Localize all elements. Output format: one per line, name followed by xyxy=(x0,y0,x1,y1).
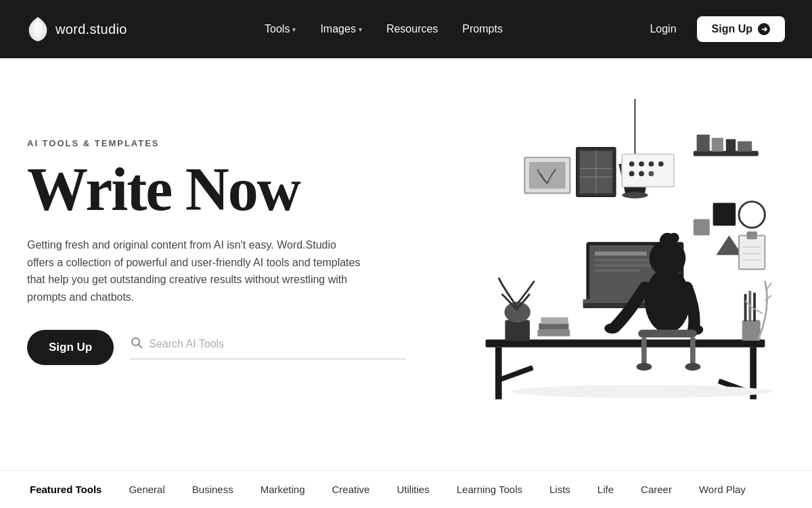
search-icon xyxy=(130,336,143,353)
svg-point-53 xyxy=(639,171,644,177)
svg-rect-41 xyxy=(529,162,566,188)
category-career[interactable]: Career xyxy=(627,473,685,506)
nav-resources[interactable]: Resources xyxy=(377,18,447,41)
category-learning-tools[interactable]: Learning Tools xyxy=(443,473,536,506)
brand-logo[interactable]: word.studio xyxy=(27,16,127,43)
svg-rect-30 xyxy=(539,323,568,330)
hero-text: AI TOOLS & TEMPLATES Write Now Getting f… xyxy=(27,138,406,365)
svg-point-25 xyxy=(636,363,652,371)
svg-rect-13 xyxy=(595,270,640,272)
signup-arrow-icon: ➜ xyxy=(758,23,770,35)
hero-eyebrow: AI TOOLS & TEMPLATES xyxy=(27,138,406,148)
svg-rect-10 xyxy=(595,252,647,256)
hero-illustration xyxy=(447,99,771,404)
hero-illustration-area xyxy=(433,99,771,404)
nav-tools[interactable]: Tools ▾ xyxy=(255,18,305,41)
svg-point-54 xyxy=(649,171,654,177)
logo-icon xyxy=(27,16,49,43)
svg-point-20 xyxy=(604,323,620,333)
svg-point-49 xyxy=(639,161,644,167)
search-input[interactable] xyxy=(149,338,298,350)
tools-chevron-icon: ▾ xyxy=(292,26,296,33)
svg-rect-3 xyxy=(495,347,502,400)
svg-rect-38 xyxy=(726,140,736,152)
svg-rect-62 xyxy=(753,293,756,321)
category-general[interactable]: General xyxy=(115,473,178,506)
svg-rect-55 xyxy=(713,203,736,226)
svg-rect-37 xyxy=(712,138,723,152)
category-word-play[interactable]: Word Play xyxy=(685,473,759,506)
svg-rect-39 xyxy=(738,141,752,151)
hero-title: Write Now xyxy=(27,159,406,220)
svg-rect-31 xyxy=(541,318,568,324)
svg-point-51 xyxy=(658,161,664,167)
category-marketing[interactable]: Marketing xyxy=(247,473,319,506)
svg-point-26 xyxy=(685,363,700,371)
svg-line-1 xyxy=(139,344,142,347)
svg-point-68 xyxy=(512,385,771,398)
signup-button[interactable]: Sign Up ➜ xyxy=(697,16,785,42)
navbar: word.studio Tools ▾ Images ▾ Resources P… xyxy=(0,0,812,58)
category-featured-tools[interactable]: Featured Tools xyxy=(16,473,115,506)
brand-name: word.studio xyxy=(55,22,127,37)
nav-menu: Tools ▾ Images ▾ Resources Prompts xyxy=(255,18,512,41)
svg-point-34 xyxy=(622,192,648,198)
nav-prompts[interactable]: Prompts xyxy=(453,18,512,41)
login-button[interactable]: Login xyxy=(640,18,685,41)
nav-images[interactable]: Images ▾ xyxy=(311,18,371,41)
svg-rect-12 xyxy=(595,264,656,267)
hero-content-area: AI TOOLS & TEMPLATES Write Now Getting f… xyxy=(0,58,812,431)
svg-point-48 xyxy=(629,161,635,167)
svg-point-50 xyxy=(649,161,654,167)
category-lists[interactable]: Lists xyxy=(536,473,584,506)
svg-point-56 xyxy=(739,202,765,228)
svg-rect-59 xyxy=(742,320,761,341)
svg-rect-22 xyxy=(638,330,696,338)
category-utilities[interactable]: Utilities xyxy=(383,473,443,506)
svg-rect-29 xyxy=(537,330,570,337)
hero-section: AI TOOLS & TEMPLATES Write Now Getting f… xyxy=(0,58,812,508)
navbar-actions: Login Sign Up ➜ xyxy=(640,16,785,42)
svg-rect-63 xyxy=(739,236,765,270)
hero-description: Getting fresh and original content from … xyxy=(27,236,365,305)
svg-rect-19 xyxy=(661,274,674,284)
hero-search-bar xyxy=(130,336,406,360)
svg-point-18 xyxy=(669,233,679,243)
images-chevron-icon: ▾ xyxy=(359,26,362,33)
category-life[interactable]: Life xyxy=(584,473,627,506)
category-creative[interactable]: Creative xyxy=(319,473,384,506)
svg-rect-47 xyxy=(622,154,674,187)
hero-signup-button[interactable]: Sign Up xyxy=(27,330,114,365)
svg-rect-60 xyxy=(744,294,747,321)
svg-rect-35 xyxy=(694,151,759,156)
svg-rect-23 xyxy=(641,337,647,366)
hero-actions: Sign Up xyxy=(27,330,406,365)
svg-rect-27 xyxy=(505,320,529,341)
svg-point-52 xyxy=(629,171,635,177)
svg-rect-57 xyxy=(694,219,710,236)
svg-marker-58 xyxy=(716,236,742,255)
svg-rect-24 xyxy=(690,337,696,366)
svg-point-28 xyxy=(504,302,530,323)
category-business[interactable]: Business xyxy=(179,473,247,506)
svg-rect-36 xyxy=(697,135,710,152)
category-nav: Featured Tools General Business Marketin… xyxy=(0,470,812,508)
svg-rect-64 xyxy=(747,232,757,240)
